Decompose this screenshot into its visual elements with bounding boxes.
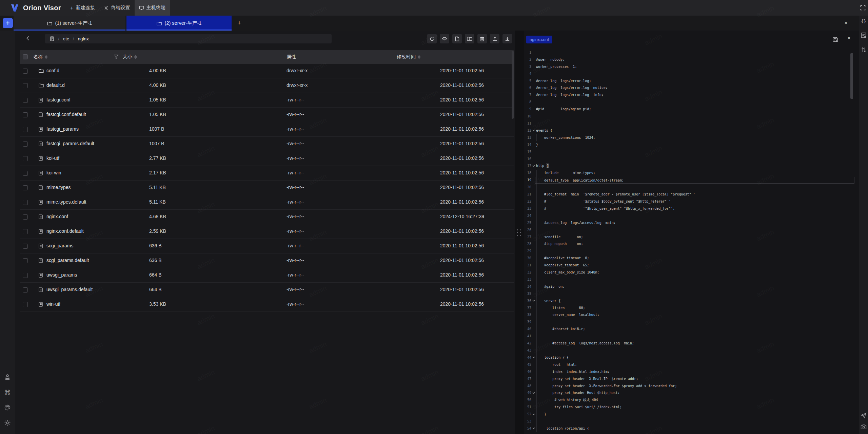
command-shortcut-icon[interactable]: ⌘ bbox=[4, 389, 11, 396]
editor-line[interactable]: 13 worker_connections 1024; bbox=[524, 134, 859, 141]
editor-line[interactable]: 29 bbox=[524, 247, 859, 254]
row-checkbox[interactable] bbox=[23, 273, 28, 278]
breadcrumb-segment-etc[interactable]: etc bbox=[63, 36, 69, 41]
editor-line[interactable]: 1 bbox=[524, 49, 859, 56]
row-checkbox[interactable] bbox=[23, 185, 28, 190]
row-checkbox[interactable] bbox=[23, 98, 28, 103]
file-name[interactable]: fastcgi_params bbox=[46, 126, 79, 132]
editor-line[interactable]: 11 bbox=[524, 120, 859, 127]
editor-line[interactable]: 49 proxy_set_header Host $http_host; bbox=[524, 390, 859, 397]
editor-line[interactable]: 3worker_processes 1; bbox=[524, 63, 859, 70]
editor-file-tab[interactable]: nginx.conf bbox=[526, 36, 552, 43]
table-scrollbar[interactable] bbox=[512, 51, 514, 119]
table-row[interactable]: uwsgi_params.default 664 B -rw-r--r-- 20… bbox=[20, 283, 514, 297]
download-button[interactable] bbox=[502, 34, 512, 43]
row-checkbox[interactable] bbox=[23, 171, 28, 176]
editor-line[interactable]: 18 include mime.types; bbox=[524, 169, 859, 176]
editor-line[interactable]: 42 #access_log logs/host.access.log main… bbox=[524, 340, 859, 347]
editor-line[interactable]: 41 bbox=[524, 333, 859, 340]
delete-button[interactable] bbox=[477, 34, 487, 43]
editor-line[interactable]: 52 } bbox=[524, 411, 859, 418]
tab-server-2[interactable]: (2) server-生产-1 bbox=[126, 16, 232, 31]
row-checkbox[interactable] bbox=[23, 69, 28, 74]
editor-line[interactable]: 36 server { bbox=[524, 297, 859, 304]
menu-host-terminal[interactable]: 主机终端 bbox=[135, 0, 170, 16]
editor-line[interactable]: 28 #tcp_nopush on; bbox=[524, 240, 859, 247]
user-icon[interactable] bbox=[4, 373, 11, 381]
file-name[interactable]: nginx.conf.default bbox=[46, 228, 84, 234]
table-row[interactable]: nginx.conf.default 2.59 KB -rw-r--r-- 20… bbox=[20, 224, 514, 239]
table-row[interactable]: uwsgi_params 664 B -rw-r--r-- 2020-11-01… bbox=[20, 268, 514, 283]
file-name[interactable]: fastcgi.conf.default bbox=[46, 112, 86, 117]
table-row[interactable]: koi-utf 2.77 KB -rw-r--r-- 2020-11-01 10… bbox=[20, 151, 514, 166]
editor-line[interactable]: 14} bbox=[524, 141, 859, 148]
close-icon[interactable]: × bbox=[844, 16, 848, 31]
menu-new-connection[interactable]: + 新建连接 bbox=[66, 0, 99, 16]
table-row[interactable]: scgi_params 636 B -rw-r--r-- 2020-11-01 … bbox=[20, 239, 514, 253]
editor-line[interactable]: 40 #charset koi8-r; bbox=[524, 325, 859, 333]
file-name[interactable]: koi-utf bbox=[46, 155, 59, 161]
send-icon[interactable] bbox=[861, 413, 867, 418]
table-row[interactable]: fastcgi.conf 1.05 KB -rw-r--r-- 2020-11-… bbox=[20, 93, 514, 108]
table-row[interactable]: fastcgi_params 1007 B -rw-r--r-- 2020-11… bbox=[20, 122, 514, 137]
table-row[interactable]: scgi_params.default 636 B -rw-r--r-- 202… bbox=[20, 253, 514, 268]
editor-line[interactable]: 7#error_log logs/error.log info; bbox=[524, 91, 859, 98]
row-checkbox[interactable] bbox=[23, 112, 28, 117]
screenshot-camera-icon[interactable] bbox=[861, 424, 867, 430]
column-header-modified[interactable]: 修改时间 bbox=[397, 50, 420, 64]
show-hidden-eye-button[interactable] bbox=[440, 34, 449, 43]
new-folder-button[interactable] bbox=[465, 34, 474, 43]
new-connection-button[interactable]: + bbox=[3, 18, 13, 28]
filter-icon[interactable] bbox=[114, 54, 119, 59]
editor-line[interactable]: 8 bbox=[524, 98, 859, 106]
column-header-size[interactable]: 大小 bbox=[123, 50, 137, 64]
editor-line[interactable]: 6#error_log logs/error.log notice; bbox=[524, 84, 859, 92]
add-tab-icon[interactable]: + bbox=[237, 16, 241, 31]
row-checkbox[interactable] bbox=[23, 244, 28, 249]
editor-line[interactable]: 27 sendfile on; bbox=[524, 233, 859, 241]
tab-server-1[interactable]: (1) server-生产-1 bbox=[14, 16, 125, 31]
panel-resize-handle[interactable] bbox=[515, 31, 524, 434]
editor-line[interactable]: 45 root html; bbox=[524, 361, 859, 368]
row-checkbox[interactable] bbox=[23, 200, 28, 205]
editor-line[interactable]: 48 proxy_set_header X-Forwarded-For $pro… bbox=[524, 382, 859, 390]
row-checkbox[interactable] bbox=[23, 258, 28, 263]
editor-line[interactable]: 16 bbox=[524, 155, 859, 163]
file-name[interactable]: scgi_params bbox=[46, 243, 73, 248]
table-row[interactable]: win-utf 3.53 KB -rw-r--r-- 2020-11-01 10… bbox=[20, 297, 514, 312]
editor-line[interactable]: 33 bbox=[524, 276, 859, 283]
table-row[interactable]: nginx.conf 4.68 KB -rw-r--r-- 2024-12-10… bbox=[20, 210, 514, 224]
editor-line[interactable]: 30 #keepalive_timeout 0; bbox=[524, 254, 859, 262]
palette-icon[interactable] bbox=[4, 404, 11, 411]
save-icon[interactable] bbox=[832, 37, 838, 42]
editor-line[interactable]: 53 bbox=[524, 418, 859, 425]
row-checkbox[interactable] bbox=[23, 141, 28, 147]
editor-line[interactable]: 50 # web history 模式 404 bbox=[524, 396, 859, 403]
file-name[interactable]: mime.types bbox=[46, 185, 71, 190]
row-checkbox[interactable] bbox=[23, 287, 28, 293]
column-header-name[interactable]: 名称 bbox=[33, 50, 47, 64]
editor-line[interactable]: 31 keepalive_timeout 65; bbox=[524, 262, 859, 269]
file-name[interactable]: win-utf bbox=[46, 301, 60, 307]
editor-line[interactable]: 44 location / { bbox=[524, 354, 859, 361]
file-name[interactable]: conf.d bbox=[46, 68, 59, 73]
new-file-button[interactable] bbox=[452, 34, 462, 43]
editor-line[interactable]: 32 client_max_body_size 1048m; bbox=[524, 269, 859, 276]
table-row[interactable]: default.d 4.00 KB drwxr-xr-x 2020-11-01 … bbox=[20, 78, 514, 93]
editor-line[interactable]: 9#pid logs/nginx.pid; bbox=[524, 106, 859, 113]
table-row[interactable]: mime.types 5.11 KB -rw-r--r-- 2020-11-01… bbox=[20, 181, 514, 195]
code-braces-icon[interactable]: {} bbox=[861, 19, 866, 24]
file-name[interactable]: default.d bbox=[46, 82, 65, 88]
editor-line[interactable]: 2#user nobody; bbox=[524, 56, 859, 63]
document-bookmark-icon[interactable] bbox=[861, 32, 867, 38]
settings-gear-icon[interactable] bbox=[4, 419, 11, 427]
file-name[interactable]: uwsgi_params bbox=[46, 272, 77, 278]
editor-line[interactable]: 47 proxy_set_header X-Real-IP $remote_ad… bbox=[524, 375, 859, 382]
table-row[interactable]: fastcgi_params.default 1007 B -rw-r--r--… bbox=[20, 137, 514, 151]
editor-line[interactable]: 26 bbox=[524, 226, 859, 233]
file-name[interactable]: koi-win bbox=[46, 170, 61, 175]
file-name[interactable]: mime.types.default bbox=[46, 199, 86, 205]
file-name[interactable]: fastcgi_params.default bbox=[46, 141, 94, 146]
row-checkbox[interactable] bbox=[23, 127, 28, 132]
close-editor-icon[interactable]: × bbox=[847, 35, 851, 42]
